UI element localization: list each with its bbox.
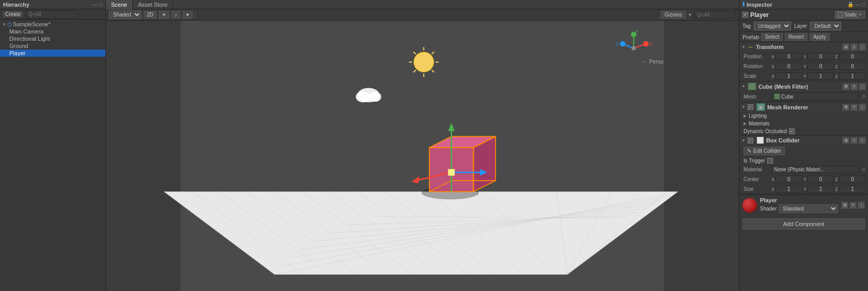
rot-x-group: X	[771, 62, 802, 70]
mesh-value-dot[interactable]: ⊙	[862, 94, 866, 99]
rot-x-input[interactable]	[776, 62, 802, 70]
layer-select[interactable]: Default	[810, 22, 841, 30]
player-name-row: ✓ Player Static ▼	[739, 9, 868, 21]
pos-z-input[interactable]	[839, 53, 866, 60]
center-z-group: Z	[835, 175, 866, 183]
center-x-input[interactable]	[776, 175, 802, 183]
scene-search-input[interactable]	[694, 11, 736, 19]
mesh-filter-settings-icon[interactable]: ⚙	[842, 83, 849, 90]
size-x-input[interactable]	[776, 185, 802, 193]
box-collider-settings-icon[interactable]: ⚙	[842, 137, 849, 144]
gizmos-button[interactable]: Gizmos	[661, 11, 686, 19]
transform-overflow-icon[interactable]: ⋮	[859, 43, 866, 51]
2d-button[interactable]: 2D	[144, 11, 157, 19]
scale-x-input[interactable]	[776, 72, 802, 80]
player-mat-help-icon[interactable]: ?	[849, 202, 857, 209]
is-trigger-checkbox[interactable]	[767, 158, 773, 164]
shaded-dropdown[interactable]: Shaded	[109, 10, 142, 19]
physic-material-field[interactable]: None (Physic Materi...	[771, 166, 859, 173]
audio-button[interactable]: ♪	[172, 11, 180, 19]
hierarchy-search-input[interactable]	[26, 10, 78, 19]
tab-scene[interactable]: Scene	[106, 0, 133, 9]
tree-scene-root[interactable]: ▼ ⬡ SampleScene*	[0, 21, 105, 28]
prefab-label: Prefab	[742, 34, 759, 40]
edit-collider-button[interactable]: ✎ Edit Collider	[743, 147, 785, 155]
scene-name: SampleScene*	[13, 21, 51, 27]
hierarchy-header: Hierarchy — □	[0, 0, 105, 9]
center-z-label: Z	[835, 177, 839, 182]
scale-y-input[interactable]	[808, 72, 834, 80]
mesh-value-field[interactable]: Cube	[771, 92, 859, 101]
mesh-renderer-header[interactable]: ▼ ✓ ▣ Mesh Renderer ⚙ ? ⋮	[739, 102, 868, 112]
player-mat-settings-icon[interactable]: ⚙	[841, 202, 848, 209]
apply-button[interactable]: Apply	[810, 33, 830, 41]
svg-rect-55	[448, 169, 455, 176]
mesh-filter-btns: ⚙ ? ⋮	[842, 83, 866, 90]
size-y-label: Y	[803, 187, 807, 192]
static-dropdown-arrow[interactable]: ▼	[858, 12, 862, 17]
box-collider-header[interactable]: ▼ ✓ ⬜ Box Collider ⚙ ? ⋮	[739, 136, 868, 145]
tree-item-main-camera[interactable]: Main Camera	[0, 28, 105, 35]
mesh-filter-overflow-icon[interactable]: ⋮	[859, 83, 866, 90]
static-checkbox[interactable]	[838, 12, 843, 18]
lighting-arrow: ▶	[743, 114, 747, 118]
size-y-input[interactable]	[808, 185, 834, 193]
hierarchy-maximize[interactable]: □	[99, 2, 102, 7]
transform-help-icon[interactable]: ?	[850, 43, 858, 51]
hierarchy-minimize[interactable]: —	[92, 2, 98, 7]
materials-label: Materials	[749, 121, 770, 126]
mesh-renderer-help-icon[interactable]: ?	[850, 104, 858, 111]
tab-asset-store[interactable]: Asset Store	[133, 0, 173, 9]
mesh-renderer-title: Mesh Renderer	[767, 104, 840, 110]
tree-item-player[interactable]: Player	[0, 50, 105, 57]
tree-item-directional-light[interactable]: Directional Light	[0, 35, 105, 42]
lighting-row[interactable]: ▶ Lighting	[739, 112, 868, 120]
fx-button[interactable]: ✦	[182, 11, 193, 19]
inspector-minimize[interactable]: —	[855, 2, 860, 7]
pos-y-input[interactable]	[808, 53, 834, 60]
inspector-icon: ℹ	[742, 1, 745, 8]
materials-row[interactable]: ▶ Materials	[739, 120, 868, 127]
scene-viewport[interactable]: X Y Z ← Persp	[106, 21, 739, 291]
center-xyz: X Y Z	[771, 175, 866, 183]
inspector-window-controls: 🔒 — □	[847, 2, 865, 7]
create-button[interactable]: Create	[2, 10, 24, 18]
pos-z-label: Z	[835, 54, 839, 59]
center-y-input[interactable]	[808, 175, 834, 183]
box-collider-help-icon[interactable]: ?	[850, 137, 858, 144]
edit-collider-row: ✎ Edit Collider	[739, 145, 868, 157]
mesh-filter-header[interactable]: ▼ ⬡ Cube (Mesh Filter) ⚙ ? ⋮	[739, 82, 868, 91]
mesh-renderer-checkbox[interactable]: ✓	[748, 104, 753, 110]
transform-arrow: ▼	[741, 45, 746, 50]
mesh-renderer-settings-icon[interactable]: ⚙	[842, 104, 849, 111]
select-button[interactable]: Select	[761, 33, 783, 41]
mesh-renderer-overflow-icon[interactable]: ⋮	[859, 104, 866, 111]
tag-select[interactable]: Untagged	[754, 22, 791, 30]
edit-collider-icon: ✎	[747, 148, 751, 154]
box-collider-checkbox[interactable]: ✓	[748, 138, 753, 143]
transform-settings-icon[interactable]: ⚙	[842, 43, 849, 51]
dynamic-occluded-checkbox[interactable]: ✓	[789, 128, 795, 134]
rot-z-input[interactable]	[839, 62, 866, 70]
size-z-input[interactable]	[839, 185, 866, 193]
inspector-lock-icon[interactable]: 🔒	[847, 2, 854, 7]
add-component-button[interactable]: Add Component	[742, 218, 865, 230]
box-collider-arrow: ▼	[741, 138, 746, 143]
static-badge[interactable]: Static ▼	[835, 11, 865, 19]
box-collider-overflow-icon[interactable]: ⋮	[859, 137, 866, 144]
light-button[interactable]: ☀	[159, 11, 169, 19]
physic-material-dot[interactable]: ⊙	[862, 167, 866, 172]
mesh-filter-help-icon[interactable]: ?	[850, 83, 858, 90]
center-z-input[interactable]	[839, 175, 866, 183]
transform-header[interactable]: ▼ ↔ Transform ⚙ ? ⋮	[739, 42, 868, 52]
tree-item-ground[interactable]: Ground	[0, 42, 105, 50]
pos-x-input[interactable]	[776, 53, 802, 60]
shader-select[interactable]: Standard	[779, 204, 838, 213]
scale-z-input[interactable]	[839, 72, 866, 80]
revert-button[interactable]: Revert	[785, 33, 807, 41]
rot-y-input[interactable]	[808, 62, 834, 70]
player-label: Player	[9, 50, 25, 56]
player-mat-overflow-icon[interactable]: ⋮	[858, 202, 865, 209]
inspector-maximize[interactable]: □	[862, 2, 865, 7]
player-active-checkbox[interactable]: ✓	[742, 12, 748, 18]
